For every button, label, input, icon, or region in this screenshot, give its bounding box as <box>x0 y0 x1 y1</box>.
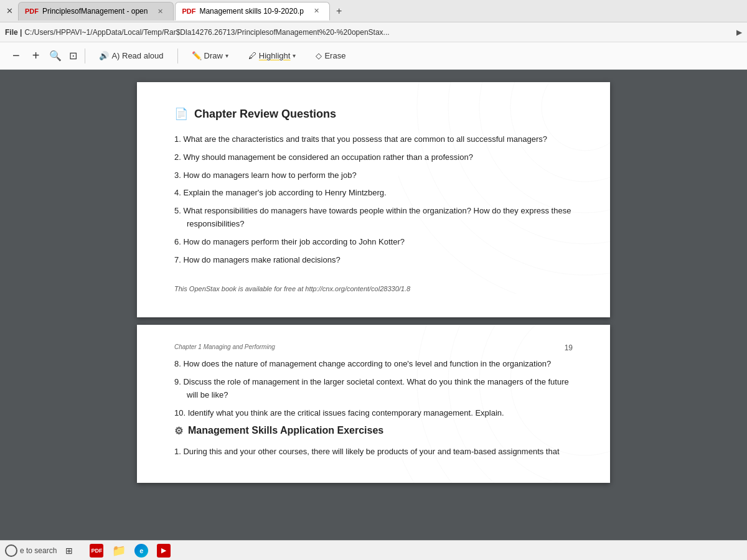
chapter-header: 📄 Chapter Review Questions <box>174 107 573 121</box>
section-title-text: Management Skills Application Exercises <box>188 425 383 436</box>
item-num: 8. <box>174 359 183 368</box>
list-item: 6. How do managers perform their job acc… <box>174 236 573 249</box>
folder-app-icon: 📁 <box>112 544 126 558</box>
tab-principlesmgt[interactable]: PDF PrinciplesofManagement - open ✕ <box>18 2 174 21</box>
page-number: 19 <box>565 343 573 352</box>
pdf-app-icon: PDF <box>90 544 103 558</box>
zoom-plus-button[interactable]: + <box>30 49 42 63</box>
tab-mgmtskills[interactable]: PDF Management skills 10-9-2020.p ✕ <box>175 2 329 21</box>
address-bar: File | C:/Users/HPPAVI~1/AppData/Local/T… <box>0 22 747 42</box>
list-item: 5. What responsibilities do managers hav… <box>174 205 573 231</box>
question-text: How do managers make rational decisions? <box>183 255 340 264</box>
highlight-button[interactable]: 🖊 Highlight ▾ <box>242 48 303 63</box>
review-questions-list: 1. What are the characteristics and trai… <box>174 133 573 266</box>
address-path[interactable]: C:/Users/HPPAVI~1/AppData/Local/Temp/Rar… <box>24 28 389 37</box>
list-item: 1. What are the characteristics and trai… <box>174 133 573 146</box>
list-item: 7. How do managers make rational decisio… <box>174 254 573 267</box>
search-icon[interactable]: 🔍 <box>49 50 62 62</box>
toolbar-divider-1 <box>85 49 85 63</box>
item-num: 2. <box>174 152 183 162</box>
list-item: 2. Why should management be considered a… <box>174 151 573 164</box>
tab-bar: ✕ PDF PrinciplesofManagement - open ✕ PD… <box>0 0 747 22</box>
toolbar-divider-2 <box>177 49 178 63</box>
pdf-page-2: Chapter 1 Managing and Performing 19 8. … <box>137 325 610 483</box>
section-q1: 1. During this and your other courses, t… <box>174 446 573 459</box>
edge-app-icon: e <box>134 544 148 558</box>
tab-1-label: PrinciplesofManagement - open <box>42 7 148 16</box>
read-aloud-button[interactable]: 🔊 A) Read aloud <box>93 48 169 63</box>
page-chapter-label: Chapter 1 Managing and Performing <box>174 343 573 350</box>
question-text: Identify what you think are the critical… <box>188 408 504 418</box>
item-num: 9. <box>174 377 183 386</box>
list-item: 3. How do managers learn how to perform … <box>174 169 573 182</box>
tab-2-close[interactable]: ✕ <box>310 7 323 15</box>
tab-1-close[interactable]: ✕ <box>154 7 167 16</box>
fit-icon[interactable]: ⊡ <box>69 50 77 62</box>
tab-2-label: Management skills 10-9-2020.p <box>199 7 303 16</box>
taskbar-app-icons: PDF 📁 e ▶ <box>87 542 174 559</box>
question-text: Why should management be considered an o… <box>183 152 472 162</box>
windows-search-icon <box>5 544 17 557</box>
taskbar-app-edge[interactable]: e <box>131 542 151 559</box>
erase-label: Erase <box>324 51 345 60</box>
highlight-icon: 🖊 <box>248 51 256 60</box>
taskbar-app-folder[interactable]: 📁 <box>109 542 129 559</box>
taskbar-view-button[interactable]: ⊞ <box>60 542 78 559</box>
item-num: 10. <box>174 408 188 418</box>
erase-button[interactable]: ◇ Erase <box>309 48 352 63</box>
question-text: Explain the manager's job according to H… <box>183 188 386 197</box>
taskbar: e to search ⊞ PDF 📁 e ▶ <box>0 540 747 560</box>
question-text: How do managers perform their job accord… <box>183 237 405 246</box>
question-text: How does the nature of management change… <box>183 359 551 368</box>
question-text: Discuss the role of management in the la… <box>183 377 568 399</box>
section-header: ⚙ Management Skills Application Exercise… <box>174 425 573 437</box>
red-app-icon: ▶ <box>157 544 171 558</box>
item-num: 3. <box>174 170 183 180</box>
review-questions-list-2: 8. How does the nature of management cha… <box>174 358 573 419</box>
tab-pdf-icon-2: PDF <box>182 7 195 15</box>
section-icon: ⚙ <box>174 425 183 437</box>
draw-chevron-icon: ▾ <box>225 52 228 59</box>
highlight-label: Highlight <box>259 51 291 60</box>
read-aloud-label: A) Read aloud <box>111 51 163 60</box>
chapter-title: Chapter Review Questions <box>194 108 336 121</box>
taskbar-app-red[interactable]: ▶ <box>154 542 174 559</box>
address-prefix: File | <box>5 28 22 37</box>
zoom-minus-button[interactable]: − <box>10 49 22 63</box>
item-num: 4. <box>174 188 183 197</box>
erase-icon: ◇ <box>316 51 322 60</box>
draw-label: Draw <box>204 51 223 60</box>
search-placeholder-text[interactable]: e to search <box>20 546 57 555</box>
read-aloud-icon: 🔊 <box>99 51 109 60</box>
chapter-icon: 📄 <box>174 107 188 121</box>
taskbar-search-area[interactable]: e to search <box>5 544 57 557</box>
list-item: 8. How does the nature of management cha… <box>174 358 573 371</box>
pdf-page-1: 📄 Chapter Review Questions 1. What are t… <box>137 82 610 317</box>
item-num: 1. <box>174 134 183 144</box>
close-x-button[interactable]: ✕ <box>2 6 17 16</box>
item-num: 6. <box>174 237 183 246</box>
taskbar-app-pdf[interactable]: PDF <box>87 542 106 559</box>
list-item: 10. Identify what you think are the crit… <box>174 407 573 420</box>
question-text: What are the characteristics and traits … <box>183 134 547 144</box>
draw-button[interactable]: ✏️ Draw ▾ <box>186 48 235 63</box>
tab-pdf-icon-1: PDF <box>25 7 39 15</box>
address-arrow: ▶ <box>736 28 742 37</box>
question-text: How do managers learn how to perform the… <box>183 170 356 180</box>
list-item: 9. Discuss the role of management in the… <box>174 376 573 402</box>
toolbar: − + 🔍 ⊡ 🔊 A) Read aloud ✏️ Draw ▾ 🖊 High… <box>0 42 747 70</box>
item-num: 7. <box>174 255 183 264</box>
highlight-chevron-icon: ▾ <box>293 52 296 59</box>
question-text: What responsibilities do managers have t… <box>183 206 571 228</box>
item-num: 5. <box>174 206 183 215</box>
list-item: 4. Explain the manager's job according t… <box>174 187 573 200</box>
openstax-footer: This OpenStax book is available for free… <box>174 285 573 292</box>
pdf-viewer: 📄 Chapter Review Questions 1. What are t… <box>0 70 747 540</box>
new-tab-button[interactable]: + <box>331 6 347 17</box>
draw-icon: ✏️ <box>192 51 202 60</box>
